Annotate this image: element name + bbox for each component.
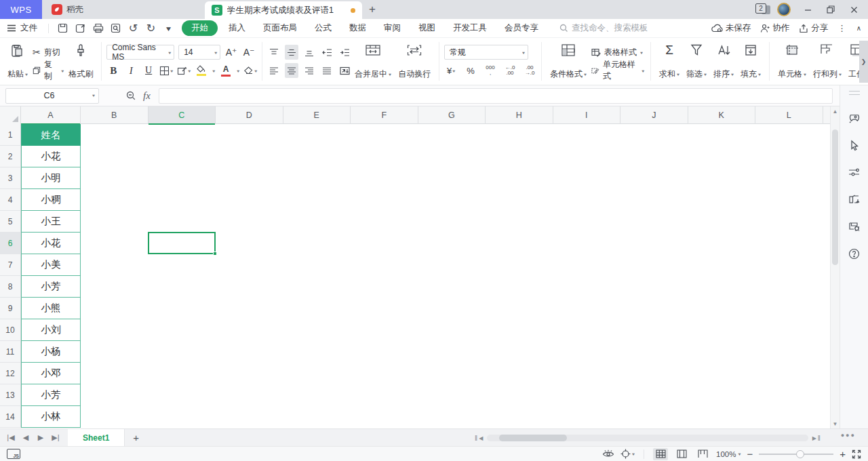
increase-decimal-button[interactable]: ←.0.00 — [503, 63, 517, 78]
cell-style-button[interactable]: 单元格样式▾ — [591, 62, 644, 79]
column-header-F[interactable]: F — [351, 106, 418, 124]
vertical-scrollbar[interactable]: ▲ ▼ — [830, 106, 840, 428]
align-center-icon[interactable] — [285, 63, 298, 78]
row-header-9[interactable]: 9 — [0, 298, 21, 319]
eye-protection-icon[interactable] — [602, 449, 614, 458]
cell-A13[interactable]: 小芳 — [21, 384, 81, 406]
menu-tab-6[interactable]: 视图 — [412, 20, 442, 36]
select-all-corner[interactable] — [0, 106, 21, 124]
prev-sheet-icon[interactable]: ◀ — [19, 433, 33, 442]
restore-button[interactable] — [821, 0, 841, 19]
decrease-font-icon[interactable]: A⁻ — [242, 45, 256, 60]
selected-cell-outline[interactable] — [148, 232, 216, 254]
align-bottom-icon[interactable] — [302, 45, 316, 60]
cell-options-icon[interactable] — [847, 219, 862, 234]
merge-center-button[interactable]: 合并居中▾ — [351, 41, 395, 82]
zoom-level[interactable]: 100%▾ — [716, 450, 741, 458]
select-cursor-icon[interactable] — [847, 138, 862, 153]
borders-button[interactable]: ▾ — [159, 63, 173, 78]
format-painter-button[interactable]: 格式刷 — [65, 41, 96, 82]
cell-A10[interactable]: 小刘 — [21, 319, 81, 341]
tab-docer-store[interactable]: 稻壳 — [42, 0, 205, 19]
file-menu-button[interactable]: 文件 — [0, 22, 45, 34]
name-box[interactable]: C6 ▾ — [5, 88, 99, 104]
eraser-button[interactable]: ▾ — [243, 63, 257, 78]
font-size-select[interactable]: 14▾ — [178, 45, 220, 60]
cells-button[interactable]: 单元格▾ — [774, 41, 810, 82]
redo-icon[interactable]: ↻ — [145, 22, 157, 34]
row-header-3[interactable]: 3 — [0, 167, 21, 189]
row-header-7[interactable]: 7 — [0, 254, 21, 276]
save-status-button[interactable]: 未保存 — [711, 22, 751, 34]
cell-A12[interactable]: 小邓 — [21, 363, 81, 384]
cell-A7[interactable]: 小美 — [21, 254, 81, 276]
menu-tab-4[interactable]: 数据 — [342, 20, 373, 36]
align-middle-icon[interactable] — [285, 45, 298, 60]
align-right-icon[interactable] — [302, 63, 316, 78]
draw-border-button[interactable]: ▾ — [177, 63, 191, 78]
align-top-icon[interactable] — [267, 45, 281, 60]
font-color-caret-icon[interactable]: ▾ — [237, 68, 239, 73]
tab-document[interactable]: S 学生期末考试成绩表及评语1 — [205, 1, 362, 19]
print-icon[interactable] — [92, 22, 104, 34]
add-sheet-button[interactable]: + — [125, 432, 147, 443]
font-name-select[interactable]: Comic Sans MS▾ — [106, 45, 174, 60]
cell-A8[interactable]: 小芳 — [21, 276, 81, 298]
underline-button[interactable]: U — [142, 63, 155, 78]
hscroll-thumb[interactable] — [499, 435, 567, 441]
bold-button[interactable]: B — [106, 63, 120, 78]
cell-A2[interactable]: 小花 — [21, 146, 81, 167]
row-header-4[interactable]: 4 — [0, 189, 21, 211]
cell-A5[interactable]: 小王 — [21, 211, 81, 233]
settings-sliders-icon[interactable] — [847, 165, 862, 180]
fullscreen-icon[interactable] — [852, 449, 861, 459]
row-header-6[interactable]: 6 — [0, 233, 21, 254]
decrease-decimal-button[interactable]: .00→.0 — [523, 63, 536, 78]
document-count-button[interactable]: 2 — [755, 3, 770, 16]
fx-icon[interactable]: fx — [143, 90, 151, 102]
justify-icon[interactable] — [320, 63, 334, 78]
fill-color-caret-icon[interactable]: ▾ — [212, 68, 215, 73]
column-header-J[interactable]: J — [620, 106, 688, 124]
row-header-13[interactable]: 13 — [0, 384, 21, 406]
menu-tab-1[interactable]: 插入 — [222, 20, 252, 36]
page-layout-view-button[interactable] — [674, 448, 689, 460]
command-search[interactable]: 查找命令、搜索模板 — [559, 22, 648, 34]
tab-home[interactable]: 开始 — [182, 20, 218, 36]
table-style-button[interactable]: 表格样式▾ — [591, 44, 644, 60]
spreadsheet-grid[interactable]: ABCDEFGHIJKL 1姓名2小花3小明4小稠5小王6小花7小美8小芳9小熊… — [0, 106, 840, 428]
paste-button[interactable]: 粘贴▾ — [4, 41, 31, 82]
print-preview-icon[interactable] — [110, 22, 121, 34]
column-header-C[interactable]: C — [149, 106, 216, 124]
row-header-14[interactable]: 14 — [0, 406, 21, 428]
macro-js-icon[interactable]: JS — [7, 449, 20, 459]
cell-A11[interactable]: 小杨 — [21, 341, 81, 363]
zoom-formula-icon[interactable] — [126, 91, 136, 101]
selection-mode-icon[interactable]: ▾ — [620, 449, 635, 459]
column-header-B[interactable]: B — [81, 106, 149, 124]
column-header-A[interactable]: A — [21, 106, 81, 124]
cell-A6[interactable]: 小花 — [21, 233, 81, 254]
conditional-format-button[interactable]: 条件格式▾ — [547, 41, 590, 82]
column-header-L[interactable]: L — [755, 106, 823, 124]
undo-icon[interactable]: ↺ — [127, 22, 139, 34]
currency-button[interactable]: ¥▾ — [444, 63, 458, 78]
number-format-select[interactable]: 常规▾ — [444, 45, 528, 60]
italic-button[interactable]: I — [124, 63, 138, 78]
row-header-1[interactable]: 1 — [0, 124, 21, 146]
next-sheet-icon[interactable]: ▶ — [34, 433, 47, 442]
thousands-separator-button[interactable]: 000, — [484, 63, 497, 78]
zoom-in-button[interactable]: + — [840, 448, 846, 460]
menu-tab-5[interactable]: 审阅 — [377, 20, 408, 36]
zoom-out-button[interactable]: − — [747, 448, 753, 460]
last-sheet-icon[interactable]: ▶| — [49, 433, 62, 442]
wrap-text-button[interactable]: 自动换行 — [395, 41, 434, 82]
menu-tab-3[interactable]: 公式 — [308, 20, 338, 36]
first-sheet-icon[interactable]: |◀ — [4, 433, 18, 442]
increase-indent-icon[interactable] — [338, 45, 351, 60]
export-icon[interactable] — [75, 22, 86, 34]
copy-button[interactable]: 复制▾ — [33, 62, 64, 79]
sum-button[interactable]: Σ 求和▾ — [656, 41, 683, 82]
fill-color-button[interactable] — [195, 63, 208, 78]
row-header-2[interactable]: 2 — [0, 146, 21, 167]
